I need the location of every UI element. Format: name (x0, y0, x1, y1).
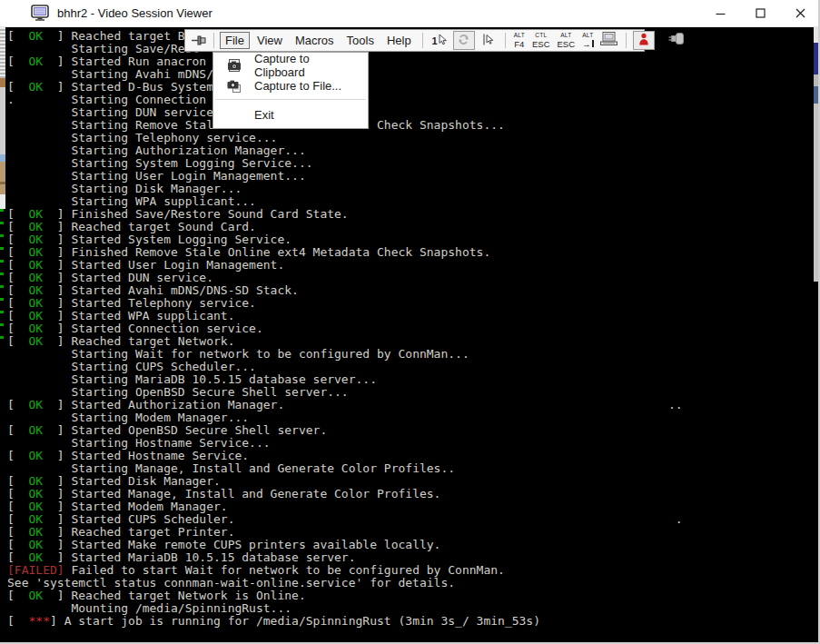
single-cursor-icon (439, 33, 447, 49)
console-line: Mounting /media/SpinningRust... (7, 602, 683, 615)
console-line: Starting Telephony service... (7, 132, 683, 144)
virtual-media-icon (668, 32, 686, 49)
window-title: bhhr2 - Video Session Viewer (57, 6, 212, 20)
console-line: Starting Manage, Install and Generate Co… (7, 462, 683, 475)
console-line: [ ***] A start job is running for /media… (7, 615, 683, 628)
console-line: [ OK ] Reached target Sound Card. (7, 221, 683, 233)
console-line: [ OK ] Reached target Network. (7, 335, 683, 348)
console-line: Starting System Logging Service... (7, 157, 683, 170)
soft-keyboard-button[interactable] (599, 32, 619, 49)
console-line: Starting Wait for network to be configur… (7, 348, 683, 361)
send-alt-esc-button[interactable]: ALT ESC (558, 33, 576, 48)
console-line: [ OK ] Started Authorization Manager. .. (7, 399, 683, 411)
menu-tools[interactable]: Tools (341, 32, 380, 49)
minimize-button[interactable] (700, 0, 740, 27)
console-line: [ OK ] Started WPA supplicant. (7, 310, 683, 322)
console-line: See 'systemctl status connman-wait-onlin… (7, 577, 683, 590)
toolbar-separator (422, 33, 423, 48)
console-line: [ OK ] Reached target Network is Online. (7, 590, 683, 602)
menu-macros[interactable]: Macros (290, 32, 340, 49)
menu-item-label: Capture to File... (254, 79, 341, 93)
console-line: [ OK ] Reached target Printer. (7, 526, 683, 539)
console-line: Starting MariaDB 10.5.15 database server… (7, 373, 683, 386)
menu-bar: File View Macros Tools Help (219, 32, 418, 49)
menu-item-exit[interactable]: Exit (213, 104, 368, 125)
console-line: [ OK ] Started Disk Manager. (7, 475, 683, 488)
user-session-button[interactable] (633, 31, 655, 50)
send-alt-tab-button[interactable]: ALT → (582, 33, 594, 48)
menu-separator (215, 99, 366, 100)
console-line: Starting Disk Manager... (7, 183, 683, 195)
refresh-button[interactable] (453, 31, 475, 50)
console-line: Starting Hostname Service... (7, 437, 683, 450)
console-line: [ OK ] Started Telephony service. (7, 297, 683, 310)
cursor-align-button[interactable] (479, 32, 499, 49)
menu-view[interactable]: View (252, 32, 288, 49)
toolbar-separator (505, 33, 506, 48)
capture-file-icon (226, 78, 242, 93)
refresh-icon (458, 33, 469, 49)
cursor-align-icon (482, 33, 494, 49)
user-session-icon (638, 33, 649, 49)
app-monitor-icon (31, 5, 49, 22)
console-line: [ OK ] Started DUN service. (7, 272, 683, 284)
console-line: [FAILED] Failed to start Wait for networ… (7, 564, 683, 577)
title-bar: bhhr2 - Video Session Viewer (0, 0, 820, 27)
console-line: [ OK ] Started CUPS Scheduler. . (7, 513, 683, 526)
console-line: [ OK ] Started Manage, Install and Gener… (7, 488, 683, 500)
session-toolbar: File View Macros Tools Help 1 (184, 29, 645, 52)
close-icon (795, 5, 805, 22)
video-session-viewer-window: [ OK ] Reached target Bas Starting Save/… (0, 0, 820, 644)
toolbar-separator (626, 33, 627, 48)
toolbar-separator (213, 33, 214, 48)
menu-file[interactable]: File (220, 32, 250, 49)
console-line: [ OK ] Started OpenBSD Secure Shell serv… (7, 424, 683, 437)
send-alt-f4-button[interactable]: ALT F4 (514, 33, 525, 48)
minimize-icon (716, 5, 726, 22)
pushpin-icon[interactable] (192, 35, 207, 46)
console-line: Starting Modem Manager... (7, 411, 683, 424)
console-line: [ OK ] Started Make remote CUPS printers… (7, 539, 683, 551)
console-line: Starting WPA supplicant... (7, 195, 683, 208)
menu-help[interactable]: Help (381, 32, 417, 49)
console-line: [ OK ] Started User Login Management. (7, 259, 683, 272)
console-line: [ OK ] Finished Remove Stale Online ext4… (7, 246, 683, 259)
menu-item-capture-to-clipboard[interactable]: Capture to Clipboard (213, 55, 368, 75)
menu-item-label: Exit (254, 108, 274, 122)
maximize-icon (756, 5, 766, 22)
capture-clipboard-icon (226, 58, 242, 73)
single-cursor-button[interactable]: 1 (430, 32, 450, 49)
console-line: [ OK ] Started Modem Manager. (7, 500, 683, 513)
soft-keyboard-icon (600, 32, 617, 49)
console-line: Starting OpenBSD Secure Shell server... (7, 386, 683, 399)
maximize-button[interactable] (740, 0, 780, 27)
remote-console-view[interactable]: [ OK ] Reached target Bas Starting Save/… (0, 27, 820, 644)
console-line: Starting CUPS Scheduler... (7, 361, 683, 373)
virtual-media-button[interactable] (667, 32, 687, 49)
console-line: [ OK ] Finished Save/Restore Sound Card … (7, 208, 683, 221)
console-line: [ OK ] Started Connection service. (7, 322, 683, 335)
console-line: [ OK ] Started MariaDB 10.5.15 database … (7, 551, 683, 564)
console-line: Starting User Login Management... (7, 170, 683, 183)
file-menu-dropdown: Capture to Clipboard Capture to File... … (212, 52, 369, 129)
send-ctrl-esc-button[interactable]: CTL ESC (532, 33, 550, 48)
console-line: [ OK ] Started Hostname Service. (7, 450, 683, 462)
close-button[interactable] (780, 0, 820, 27)
console-line: Starting Authorization Manager... (7, 144, 683, 157)
menu-item-label: Capture to Clipboard (254, 52, 361, 79)
console-line: [ OK ] Started System Logging Service. (7, 233, 683, 246)
console-line: [ OK ] Started Avahi mDNS/DNS-SD Stack. (7, 284, 683, 297)
